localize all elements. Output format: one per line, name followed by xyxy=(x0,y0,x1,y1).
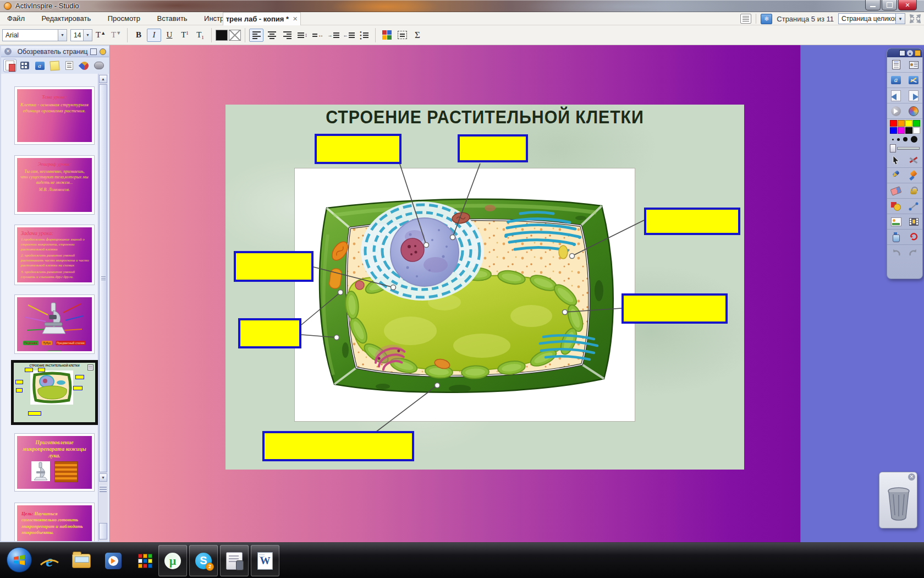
pen-tool-icon[interactable] xyxy=(889,170,903,182)
menu-insert[interactable]: Вставить xyxy=(150,12,195,25)
slider-handle[interactable] xyxy=(890,144,896,152)
reset-page-icon[interactable] xyxy=(907,231,920,243)
bold-button[interactable]: B xyxy=(131,29,146,42)
page-thumbnail-5-selected[interactable]: СТРОЕНИЕ РАСТИТЕЛЬНОЙ КЛЕТКИ xyxy=(11,360,98,425)
color-black[interactable] xyxy=(905,127,912,134)
no-fill-swatch[interactable] xyxy=(229,30,241,41)
color-blue[interactable] xyxy=(890,127,897,134)
insert-media-icon[interactable] xyxy=(907,216,920,228)
restore-button[interactable] xyxy=(882,0,897,10)
align-left-button[interactable] xyxy=(249,29,263,42)
color-magenta[interactable] xyxy=(898,127,905,134)
menu-file[interactable]: Файл xyxy=(0,12,32,25)
page-thumbnail-1[interactable]: Тема урока: Клетка - основная структурна… xyxy=(14,86,95,145)
font-size-select[interactable]: 14 ▼ xyxy=(70,29,92,41)
underline-button[interactable]: U xyxy=(162,29,177,42)
toolbox-collapse-icon[interactable]: ▲ xyxy=(907,50,913,56)
color-white[interactable] xyxy=(913,127,920,134)
panel-resize-grip[interactable] xyxy=(100,486,107,492)
property-browser-icon[interactable] xyxy=(63,59,76,72)
close-button[interactable]: ✕ xyxy=(898,0,917,10)
desktop-tools-icon[interactable] xyxy=(907,74,920,86)
profile-tool-icon[interactable] xyxy=(907,59,920,71)
page-thumbnail-7[interactable]: Цель: Научиться самостоятельно готовить … xyxy=(14,503,95,541)
label-box-left-lower[interactable] xyxy=(238,318,301,348)
annotate-desktop-icon[interactable]: a xyxy=(889,74,903,86)
increase-font-button[interactable]: T▲ xyxy=(94,29,108,42)
line-spacing-button[interactable]: ↕ xyxy=(295,29,310,42)
undo-icon[interactable] xyxy=(889,247,903,259)
label-box-top-left[interactable] xyxy=(315,134,402,164)
resource-browser-icon[interactable] xyxy=(18,59,31,72)
chevron-down-icon[interactable]: ▼ xyxy=(895,14,905,24)
toolbox-menu-icon[interactable] xyxy=(899,50,905,56)
flipchart-page[interactable]: СТРОЕНИЕ РАСТИТЕЛЬНОЙ КЛЕТКИ xyxy=(110,45,800,542)
letter-spacing-button[interactable]: ↔ xyxy=(311,29,325,42)
thumbnail-scrollbar[interactable]: ▲ ▼ xyxy=(98,74,108,541)
freeze-icon[interactable]: ❄ xyxy=(761,14,772,24)
page-thumbnail-3[interactable]: Задачи урока: 1.продолжить формирование … xyxy=(14,225,95,285)
indent-increase-button[interactable]: → xyxy=(326,29,340,42)
page-thumbnail-6[interactable]: Приготовление микропрепарата кожицы лука… xyxy=(14,433,95,492)
taskbar-wmp-icon[interactable] xyxy=(99,545,128,576)
page-browser-icon[interactable] xyxy=(3,59,16,72)
color-palette[interactable] xyxy=(887,119,922,135)
expand-arrows-icon[interactable] xyxy=(910,14,921,23)
width-slider[interactable] xyxy=(887,144,922,152)
express-poll-icon[interactable] xyxy=(907,105,920,117)
taskbar-ie-icon[interactable]: e xyxy=(35,545,64,576)
align-right-button[interactable] xyxy=(280,29,294,42)
italic-button[interactable]: I xyxy=(147,29,161,42)
bullet-list-button[interactable]: ••• xyxy=(357,29,371,42)
zoom-select[interactable]: Страница целиком ▼ xyxy=(838,13,905,24)
decrease-font-button[interactable]: T▼ xyxy=(109,29,123,42)
highlighter-tool-icon[interactable] xyxy=(907,170,920,182)
select-tool-icon[interactable] xyxy=(889,154,903,166)
toolbox-header[interactable]: ▲ xyxy=(887,48,922,57)
taskbar-notes-app-button[interactable] xyxy=(220,545,249,576)
sigma-button[interactable]: Σ xyxy=(410,29,425,42)
page-thumbnail-2[interactable]: Эпиграф урока: Ты сам, несомненно, призн… xyxy=(14,155,95,215)
panel-close-icon[interactable]: ✕ xyxy=(4,48,12,55)
color-green[interactable] xyxy=(913,120,920,127)
action-browser-icon[interactable] xyxy=(78,59,91,72)
voting-browser-icon[interactable] xyxy=(92,59,106,72)
play-tool-icon[interactable] xyxy=(889,105,903,117)
connector-tool-icon[interactable] xyxy=(907,200,920,212)
color-red[interactable] xyxy=(890,120,897,127)
label-box-right-upper[interactable] xyxy=(644,208,740,235)
pen-width-selector[interactable] xyxy=(887,135,922,144)
page-notes-icon[interactable] xyxy=(740,14,751,24)
insert-image-icon[interactable] xyxy=(889,216,903,228)
taskbar-word-button[interactable]: W xyxy=(251,545,279,576)
panel-pin-icon[interactable] xyxy=(100,48,106,55)
panel-popout-icon[interactable] xyxy=(90,48,97,55)
trash-close-icon[interactable]: ✕ xyxy=(908,473,915,481)
toolbox-pin-icon[interactable] xyxy=(915,50,921,56)
font-select[interactable]: Arial ▼ xyxy=(2,29,67,41)
tools-icon[interactable] xyxy=(907,154,920,166)
next-page-icon[interactable] xyxy=(907,90,920,102)
label-box-right-lower[interactable] xyxy=(622,293,728,324)
flipchart-trash[interactable]: ✕ xyxy=(879,472,917,528)
subscript-button[interactable]: T1 xyxy=(193,29,207,42)
scrollbar-thumb-secondary[interactable] xyxy=(99,523,107,539)
fill-tool-icon[interactable] xyxy=(907,185,920,197)
align-center-button[interactable] xyxy=(265,29,279,42)
indent-decrease-button[interactable]: ← xyxy=(342,29,356,42)
scroll-up-button[interactable]: ▲ xyxy=(99,75,107,83)
eraser-tool-icon[interactable] xyxy=(889,185,903,197)
main-menu-tool-icon[interactable] xyxy=(889,59,903,71)
label-box-bottom[interactable] xyxy=(262,431,414,461)
taskbar-explorer-icon[interactable] xyxy=(67,545,96,576)
document-tab[interactable]: трен лаб - копия * ✕ xyxy=(223,12,301,25)
taskbar-utorrent-button[interactable]: µ xyxy=(158,545,187,576)
scroll-down-button[interactable]: ▼ xyxy=(99,473,107,482)
taskbar-magicdisc-icon[interactable] xyxy=(131,545,160,576)
label-box-left-upper[interactable] xyxy=(234,251,314,282)
page-thumbnail-4[interactable]: Подошва Тубус Предметный столик Зеркало … xyxy=(14,295,95,354)
menu-view[interactable]: Просмотр xyxy=(101,12,147,25)
menu-edit[interactable]: Редактировать xyxy=(34,12,98,25)
start-button[interactable] xyxy=(7,547,32,572)
scrollbar-thumb[interactable] xyxy=(99,84,107,472)
